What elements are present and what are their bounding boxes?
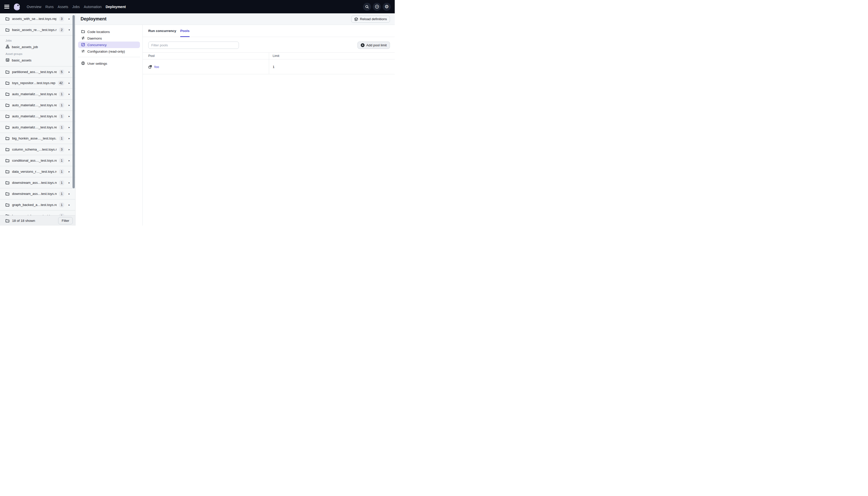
nav-item-runs[interactable]: Runs — [45, 5, 53, 9]
code-location-name: graph_backed_a…test.toys.repo — [12, 203, 57, 207]
chevron-icon[interactable]: ▸ — [67, 93, 72, 95]
reload-definitions-label: Reload definitions — [360, 17, 387, 21]
tab-run-concurrency[interactable]: Run concurrency — [148, 25, 176, 37]
code-location-row[interactable]: big_honkin_asse…_test.toys.rep 1 ▸ — [0, 133, 75, 144]
deployment-subnav: Code locationsDaemonsConcurrencyConfigur… — [76, 25, 142, 226]
folder-icon — [5, 92, 10, 96]
folder-icon — [5, 114, 10, 118]
tab-pools[interactable]: Pools — [180, 25, 190, 37]
subnav-item-code-locations[interactable]: Code locations — [78, 29, 140, 35]
nav-item-deployment[interactable]: Deployment — [106, 5, 126, 9]
code-location-row[interactable]: assets_with_se…test.toys.repo 3 ▸ — [0, 13, 75, 25]
nav-item-overview[interactable]: Overview — [27, 5, 41, 9]
job-item[interactable]: basic_assets_job — [5, 45, 75, 49]
filter-pools-input[interactable] — [148, 42, 239, 49]
add-pool-limit-button[interactable]: Add pool limit — [358, 42, 390, 49]
chevron-icon[interactable]: ▸ — [67, 192, 72, 195]
folder-icon — [5, 70, 10, 74]
code-location-row[interactable]: auto_materializ…_test.toys.repo 1 ▸ — [0, 89, 75, 100]
code-location-row[interactable]: graph_backed_a…test.toys.repo 1 ▸ — [0, 199, 75, 211]
subnav-divider — [78, 57, 140, 57]
chevron-icon[interactable]: ▸ — [67, 203, 72, 206]
chevron-icon[interactable]: ▾ — [67, 29, 72, 31]
chevron-icon[interactable]: ▸ — [67, 181, 72, 184]
nav-item-automation[interactable]: Automation — [84, 5, 102, 9]
subnav-item-user-settings[interactable]: User settings — [78, 60, 140, 67]
count-badge: 1 — [59, 114, 64, 119]
count-badge: 1 — [59, 169, 64, 174]
count-badge: 3 — [59, 16, 64, 21]
code-location-row[interactable]: downstream_ass…test.toys.rep 1 ▸ — [0, 188, 75, 199]
chevron-icon[interactable]: ▸ — [67, 159, 72, 162]
chevron-icon[interactable]: ▸ — [67, 148, 72, 151]
chevron-icon[interactable]: ▸ — [67, 115, 72, 118]
code-location-name: partitioned_ass…_test.toys.rep — [12, 70, 57, 74]
pools-table: Pool Limit foo 1 — [143, 52, 395, 74]
count-badge: 1 — [59, 92, 64, 97]
pool-icon — [148, 65, 152, 69]
pool-limit-value: 1 — [273, 65, 275, 69]
shown-count-label: 18 of 18 shown — [12, 219, 35, 222]
nav-item-jobs[interactable]: Jobs — [72, 5, 80, 9]
hamburger-menu-icon[interactable] — [4, 5, 9, 8]
subnav-item-configuration-read-only[interactable]: Configuration (read-only) — [78, 48, 140, 55]
page-header: Deployment Reload definitions — [76, 13, 395, 25]
search-icon[interactable] — [363, 3, 371, 11]
settings-icon[interactable]: ⚙ — [383, 3, 391, 11]
code-location-name: downstream_ass…test.toys.rep — [12, 192, 57, 196]
asset-group-icon — [5, 58, 10, 63]
help-icon[interactable]: ? — [373, 3, 381, 11]
count-badge: 2 — [59, 28, 64, 32]
limit-column-header: Limit — [269, 52, 395, 59]
chevron-icon[interactable]: ▸ — [67, 17, 72, 20]
jobs-section-label: Jobs — [5, 39, 75, 42]
chevron-icon[interactable]: ▸ — [67, 104, 72, 107]
folder-icon — [5, 17, 10, 21]
code-location-list: assets_with_se…test.toys.repo 3 ▸ basic_… — [0, 13, 75, 215]
code-location-row[interactable]: data_versions_r…_test.toys.rep 1 ▸ — [0, 166, 75, 177]
reload-definitions-button[interactable]: Reload definitions — [351, 16, 390, 23]
folder-icon — [5, 103, 10, 107]
user-icon — [81, 61, 85, 66]
code-location-row[interactable]: downstream_ass…test.toys.rep 1 ▸ — [0, 177, 75, 188]
code-location-row[interactable]: auto_materializ…_test.toys.repo 1 ▸ — [0, 111, 75, 122]
subnav-item-concurrency[interactable]: Concurrency — [78, 42, 140, 48]
chevron-icon[interactable]: ▸ — [67, 81, 72, 84]
sidebar-filter-button[interactable]: Filter — [58, 217, 73, 224]
folder-icon — [5, 219, 10, 223]
page-title: Deployment — [81, 16, 107, 22]
folder-icon — [5, 181, 10, 185]
chevron-icon[interactable]: ▸ — [67, 71, 72, 73]
count-badge: 1 — [59, 136, 64, 141]
nav-item-assets[interactable]: Assets — [58, 5, 68, 9]
chevron-icon[interactable]: ▸ — [67, 126, 72, 129]
asset-groups-section-label: Asset groups — [5, 52, 75, 56]
concurrency-icon — [81, 43, 85, 47]
code-location-name: data_versions_r…_test.toys.rep — [12, 170, 57, 173]
dagster-logo[interactable] — [13, 3, 21, 11]
subnav-item-daemons[interactable]: Daemons — [78, 35, 140, 42]
code-location-row[interactable]: long_asset_keys…_test.toys.rep 1 ▸ — [0, 211, 75, 215]
add-pool-limit-label: Add pool limit — [366, 43, 387, 47]
chevron-icon[interactable]: ▸ — [67, 137, 72, 140]
asset-group-item[interactable]: basic_assets — [5, 58, 75, 63]
code-location-name: auto_materializ…_test.toys.repo — [12, 92, 57, 96]
folder-icon — [5, 81, 10, 85]
code-location-row[interactable]: toys_repositor…test.toys.repo 42 ▸ — [0, 78, 75, 89]
reload-cube-icon — [354, 17, 358, 21]
code-location-row[interactable]: column_schema_…test.toys.rep 3 ▸ — [0, 144, 75, 155]
sidebar-scrollbar[interactable] — [73, 15, 75, 188]
code-location-row[interactable]: conditional_ass…_test.toys.repo 1 ▸ — [0, 155, 75, 166]
code-location-row[interactable]: partitioned_ass…_test.toys.rep 5 ▸ — [0, 66, 75, 78]
pool-name-link[interactable]: foo — [154, 65, 159, 69]
code-location-name: assets_with_se…test.toys.repo — [12, 17, 57, 21]
chevron-icon[interactable]: ▸ — [67, 170, 72, 173]
code-location-row[interactable]: basic_assets_re…_test.toys.rep 2 ▾ — [0, 25, 75, 35]
folder-icon — [5, 28, 10, 32]
primary-nav: OverviewRunsAssetsJobsAutomationDeployme… — [27, 5, 126, 9]
code-location-row[interactable]: auto_materializ…_test.toys.repo 1 ▸ — [0, 122, 75, 133]
code-location-row[interactable]: auto_materializ…_test.toys.repo 1 ▸ — [0, 100, 75, 111]
plus-circle-icon — [361, 43, 364, 47]
count-badge: 1 — [59, 180, 64, 185]
tune-icon — [81, 49, 85, 54]
